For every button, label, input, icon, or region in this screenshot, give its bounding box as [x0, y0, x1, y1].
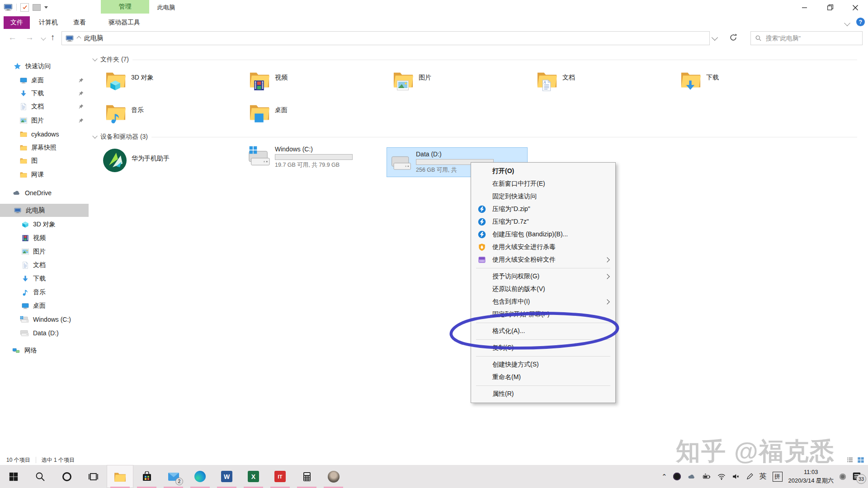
- menu-item-include-library[interactable]: 包含到库中(I): [471, 296, 615, 308]
- menu-item-restore-versions[interactable]: 还原以前的版本(V): [471, 283, 615, 296]
- search-box[interactable]: [750, 31, 863, 45]
- menu-item-huorong-scan[interactable]: 使用火绒安全进行杀毒: [471, 241, 615, 253]
- taskbar-word[interactable]: W: [213, 465, 240, 488]
- back-arrow-icon[interactable]: ←: [8, 33, 17, 42]
- sidebar-item-desktop[interactable]: 桌面: [0, 74, 89, 87]
- taskbar-ithome[interactable]: IT: [267, 465, 293, 488]
- tab-view[interactable]: 查看: [67, 16, 92, 29]
- menu-item-properties[interactable]: 属性(R): [471, 388, 615, 400]
- tab-drive-tools[interactable]: 驱动器工具: [102, 16, 146, 29]
- sidebar-item-quick-access[interactable]: 快速访问: [0, 60, 89, 73]
- menu-item-copy[interactable]: 复制(C): [471, 342, 615, 354]
- taskbar-mail[interactable]: 2: [160, 465, 187, 488]
- menu-item-compress-7z[interactable]: 压缩为"D.7z": [471, 216, 615, 228]
- ribbon-expand-chevron-icon[interactable]: [844, 20, 850, 26]
- minimize-button[interactable]: [792, 0, 817, 15]
- menu-item-create-archive[interactable]: 创建压缩包 (Bandizip)(B)...: [471, 228, 615, 241]
- taskbar-excel[interactable]: X: [240, 465, 267, 488]
- menu-item-open[interactable]: 打开(O): [471, 165, 615, 178]
- refresh-icon[interactable]: [729, 33, 738, 42]
- taskbar-store[interactable]: [133, 465, 160, 488]
- collapse-chevron-icon[interactable]: [92, 133, 97, 138]
- new-folder-icon[interactable]: [33, 4, 41, 11]
- folder-tile-desktop[interactable]: 桌面: [249, 102, 385, 132]
- menu-item-compress-zip[interactable]: 压缩为"D.zip": [471, 203, 615, 216]
- sidebar-item-music[interactable]: 音乐: [0, 286, 89, 299]
- menu-item-open-new-window[interactable]: 在新窗口中打开(E): [471, 178, 615, 190]
- breadcrumb[interactable]: 此电脑: [84, 34, 103, 42]
- address-box[interactable]: 此电脑: [61, 31, 710, 45]
- recent-locations-chevron-icon[interactable]: [41, 35, 46, 40]
- drive-tile-c[interactable]: Windows (C:) 19.7 GB 可用, 共 79.9 GB: [248, 145, 353, 169]
- sidebar-item-downloads-pc[interactable]: 下载: [0, 272, 89, 285]
- sidebar-item-downloads[interactable]: 下载: [0, 87, 89, 100]
- taskbar-edge[interactable]: [187, 465, 213, 488]
- folder-tile-music[interactable]: 音乐: [105, 102, 241, 132]
- start-button[interactable]: [0, 465, 27, 488]
- address-dropdown-chevron-icon[interactable]: [712, 34, 718, 41]
- menu-item-format[interactable]: 格式化(A)...: [471, 325, 615, 338]
- notification-center-button[interactable]: 33: [852, 471, 863, 482]
- ime-language-indicator[interactable]: 英: [760, 472, 767, 481]
- tab-file[interactable]: 文件: [4, 16, 30, 29]
- device-tile-huawei[interactable]: 华为手机助手: [103, 148, 170, 173]
- folder-tile-downloads[interactable]: 下载: [680, 70, 816, 99]
- menu-item-pin-start[interactable]: 固定到"开始"屏幕(P): [471, 308, 615, 321]
- sidebar-item-videos[interactable]: 视频: [0, 231, 89, 244]
- thumbnail-view-icon[interactable]: [857, 456, 864, 464]
- drives-section-header[interactable]: 设备和驱动器 (3): [93, 133, 857, 141]
- folder-tile-videos[interactable]: 视频: [249, 70, 385, 99]
- taskbar-search-button[interactable]: [27, 465, 53, 488]
- close-button[interactable]: [843, 0, 868, 15]
- battery-icon[interactable]: [702, 473, 712, 481]
- ime-mode-indicator[interactable]: 拼: [773, 472, 783, 482]
- cortana-button[interactable]: [53, 465, 80, 488]
- details-view-icon[interactable]: [846, 456, 854, 464]
- task-view-button[interactable]: [80, 465, 107, 488]
- qat-customize-caret[interactable]: [44, 6, 48, 9]
- menu-item-create-shortcut[interactable]: 创建快捷方式(S): [471, 358, 615, 371]
- menu-item-give-access[interactable]: 授予访问权限(G): [471, 270, 615, 283]
- tray-app-icon[interactable]: [673, 473, 681, 480]
- tab-computer[interactable]: 计算机: [33, 16, 64, 29]
- sidebar-item-tu[interactable]: 图: [0, 154, 89, 167]
- sidebar-item-documents[interactable]: 文档: [0, 100, 89, 113]
- tray-expand-chevron-icon[interactable]: ⌃: [661, 473, 667, 481]
- restore-button[interactable]: [817, 0, 843, 15]
- menu-item-pin-quick-access[interactable]: 固定到快速访问: [471, 190, 615, 203]
- taskbar-file-explorer[interactable]: [107, 465, 133, 488]
- sidebar-item-drive-d[interactable]: Data (D:): [0, 326, 89, 339]
- menu-item-huorong-shred[interactable]: 使用火绒安全粉碎文件: [471, 253, 615, 266]
- sidebar-item-onedrive[interactable]: OneDrive: [0, 186, 89, 199]
- sidebar-item-this-pc[interactable]: 此电脑: [0, 204, 89, 217]
- up-arrow-icon[interactable]: ↑: [51, 33, 55, 42]
- help-button[interactable]: ?: [856, 18, 865, 26]
- taskbar-calculator[interactable]: [293, 465, 320, 488]
- sidebar-item-network[interactable]: 网络: [0, 344, 89, 357]
- wifi-icon[interactable]: [717, 473, 726, 481]
- sidebar-item-desktop-pc[interactable]: 桌面: [0, 299, 89, 312]
- volume-muted-icon[interactable]: [731, 473, 740, 480]
- forward-arrow-icon[interactable]: →: [25, 33, 34, 42]
- folder-tile-3d-objects[interactable]: 3D 对象: [105, 70, 241, 99]
- taskbar-photos-app[interactable]: [320, 465, 347, 488]
- tray-dot-icon[interactable]: [840, 474, 846, 480]
- menu-item-rename[interactable]: 重命名(M): [471, 371, 615, 384]
- pen-icon[interactable]: [746, 473, 754, 480]
- sidebar-item-cykadows[interactable]: cykadows: [0, 127, 89, 141]
- search-input[interactable]: [765, 34, 848, 42]
- sidebar-item-drive-c[interactable]: Windows (C:): [0, 313, 89, 326]
- sidebar-item-wangke[interactable]: 网课: [0, 168, 89, 181]
- collapse-chevron-icon[interactable]: [92, 56, 97, 61]
- taskbar-clock[interactable]: 11:03 2020/3/14 星期六: [788, 468, 834, 485]
- sidebar-item-screenshots[interactable]: 屏幕快照: [0, 141, 89, 154]
- sidebar-item-pictures[interactable]: 图片: [0, 114, 89, 127]
- folders-section-header[interactable]: 文件夹 (7): [93, 56, 857, 64]
- sidebar-item-3d-objects[interactable]: 3D 对象: [0, 218, 89, 231]
- sidebar-item-pictures-pc[interactable]: 图片: [0, 245, 89, 258]
- onedrive-tray-icon[interactable]: [687, 473, 696, 480]
- sidebar-item-documents-pc[interactable]: 文档: [0, 258, 89, 272]
- properties-check-icon[interactable]: [20, 3, 29, 12]
- folder-tile-pictures[interactable]: 图片: [393, 70, 528, 99]
- folder-tile-documents[interactable]: 文档: [537, 70, 672, 99]
